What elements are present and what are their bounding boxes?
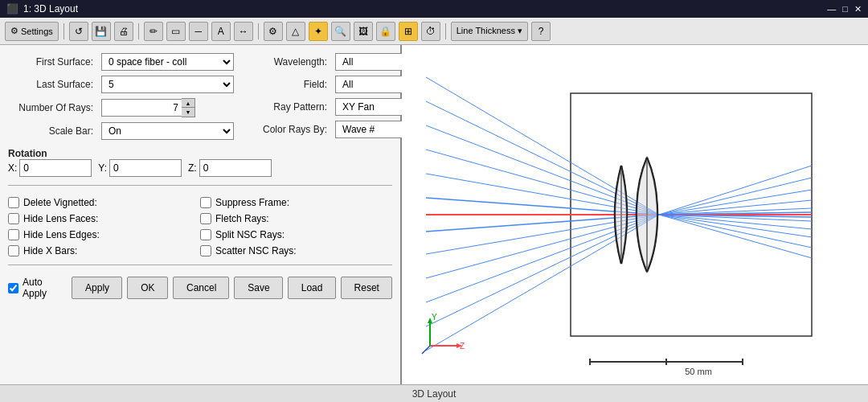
ok-button[interactable]: OK (127, 277, 168, 299)
rotation-y-field: Y: (98, 159, 182, 177)
star-button[interactable]: ✦ (309, 22, 328, 41)
load-button[interactable]: Load (288, 277, 336, 299)
divider-2 (8, 265, 392, 265)
hide-x-bars-checkbox[interactable] (8, 245, 19, 256)
checkbox-left-col: Delete Vignetted: Hide Lens Faces: Hide … (8, 197, 200, 256)
scatter-nsc-rays-checkbox[interactable] (200, 245, 211, 256)
bottom-title: 3D Layout (412, 388, 457, 400)
first-surface-row: First Surface: 0 space fiber - coll (8, 53, 234, 71)
spinner-controls: ▲ ▼ (182, 98, 195, 117)
suppress-frame-checkbox[interactable] (200, 197, 211, 208)
hide-x-bars-label: Hide X Bars: (23, 245, 77, 256)
settings2-button[interactable]: ⚙ (264, 22, 283, 41)
settings-button[interactable]: ⚙ Settings (5, 22, 59, 41)
grid-button[interactable]: ⊞ (399, 22, 418, 41)
toolbar-separator (63, 23, 64, 39)
fletch-rays-row: Fletch Rays: (200, 213, 392, 224)
checkboxes-section: Delete Vignetted: Hide Lens Faces: Hide … (8, 197, 392, 256)
minimize-btn[interactable]: — (827, 4, 836, 14)
suppress-frame-label: Suppress Frame: (215, 197, 289, 208)
auto-apply-label: Auto Apply (23, 277, 67, 299)
hide-lens-faces-label: Hide Lens Faces: (23, 213, 98, 224)
auto-apply-checkbox[interactable] (8, 283, 18, 293)
refresh-button[interactable]: ↺ (69, 22, 88, 41)
svg-line-36 (422, 346, 430, 354)
rotation-row: X: Y: Z: (8, 159, 392, 177)
xyz-indicator: Y Z (418, 314, 466, 360)
rotation-x-label: X: (8, 162, 17, 174)
line-button[interactable]: ─ (189, 22, 208, 41)
rotation-y-label: Y: (98, 162, 107, 174)
suppress-frame-row: Suppress Frame: (200, 197, 392, 208)
reset-button[interactable]: Reset (341, 277, 392, 299)
rotation-x-input[interactable] (19, 159, 92, 177)
save-button[interactable]: Save (234, 277, 283, 299)
window-title: 1: 3D Layout (23, 3, 78, 14)
scatter-nsc-rays-row: Scatter NSC Rays: (200, 245, 392, 256)
save-toolbar-button[interactable]: 💾 (92, 22, 111, 41)
last-surface-label: Last Surface: (8, 79, 96, 90)
scale-bar-indicator: 50 mm (582, 354, 759, 376)
buttons-row: Auto Apply Apply OK Cancel Save Load Res… (8, 277, 392, 299)
num-rays-label: Number Of Rays: (8, 102, 96, 113)
image-button[interactable]: 🖼 (354, 22, 373, 41)
xyz-axes: Y Z (418, 314, 466, 358)
cancel-button[interactable]: Cancel (173, 277, 229, 299)
first-surface-select[interactable]: 0 space fiber - coll (101, 53, 234, 71)
spinner-down[interactable]: ▼ (182, 108, 194, 117)
rotation-y-input[interactable] (109, 159, 182, 177)
split-nsc-rays-checkbox[interactable] (200, 229, 211, 240)
toolbar-separator-3 (258, 23, 259, 39)
rotation-section: Rotation X: Y: Z: (8, 145, 392, 177)
scale-bar-select[interactable]: On (101, 122, 234, 140)
rotation-z-input[interactable] (199, 159, 272, 177)
svg-text:Y: Y (432, 314, 437, 322)
apply-button[interactable]: Apply (72, 277, 122, 299)
close-btn[interactable]: ✕ (854, 4, 862, 14)
lock-button[interactable]: 🔒 (376, 22, 395, 41)
ray-pattern-label: Ray Pattern: (242, 101, 330, 113)
triangle-button[interactable]: △ (286, 22, 305, 41)
line-thickness-button[interactable]: Line Thickness ▾ (451, 22, 528, 41)
color-rays-label: Color Rays By: (242, 124, 330, 135)
hide-lens-edges-checkbox[interactable] (8, 229, 19, 240)
scale-bar-label: Scale Bar: (8, 125, 96, 137)
gear-icon: ⚙ (10, 26, 18, 36)
rect-button[interactable]: ▭ (166, 22, 186, 41)
field-label: Field: (242, 79, 330, 90)
fletch-rays-checkbox[interactable] (200, 213, 211, 224)
draw-button[interactable]: ✏ (144, 22, 163, 41)
split-nsc-rays-label: Split NSC Rays: (215, 229, 285, 240)
delete-vignetted-row: Delete Vignetted: (8, 197, 200, 208)
print-button[interactable]: 🖨 (114, 22, 133, 41)
rotation-label: Rotation (8, 148, 392, 159)
delete-vignetted-checkbox[interactable] (8, 197, 19, 208)
auto-apply-row: Auto Apply (8, 277, 67, 299)
app-icon: ⬛ (6, 3, 18, 14)
restore-btn[interactable]: □ (842, 4, 848, 14)
fletch-rays-label: Fletch Rays: (215, 213, 269, 224)
last-surface-select[interactable]: 5 (101, 76, 234, 93)
num-rays-input[interactable]: 7 (101, 99, 182, 117)
arrow-button[interactable]: ↔ (234, 22, 253, 41)
svg-text:Z: Z (460, 342, 465, 351)
text-button[interactable]: A (211, 22, 231, 41)
scale-bar-row: Scale Bar: On (8, 122, 234, 140)
scale-bar-label: 50 mm (685, 367, 712, 376)
visualization-area: Y Z 50 mm (402, 45, 868, 384)
last-surface-row: Last Surface: 5 (8, 76, 234, 93)
hide-x-bars-row: Hide X Bars: (8, 245, 200, 256)
hide-lens-faces-row: Hide Lens Faces: (8, 213, 200, 224)
viz-inner: Y Z 50 mm (402, 45, 868, 384)
spinner-up[interactable]: ▲ (182, 99, 194, 108)
help-button[interactable]: ? (531, 22, 551, 41)
bottom-bar: 3D Layout (0, 384, 868, 402)
rotation-z-field: Z: (188, 159, 272, 177)
hide-lens-faces-checkbox[interactable] (8, 213, 19, 224)
title-bar: ⬛ 1: 3D Layout — □ ✕ (0, 0, 868, 18)
zoom-button[interactable]: 🔍 (331, 22, 350, 41)
clock-button[interactable]: ⏱ (421, 22, 440, 41)
left-column: First Surface: 0 space fiber - coll Last… (8, 53, 234, 140)
checkbox-right-col: Suppress Frame: Fletch Rays: Split NSC R… (200, 197, 392, 256)
hide-lens-edges-row: Hide Lens Edges: (8, 229, 200, 240)
